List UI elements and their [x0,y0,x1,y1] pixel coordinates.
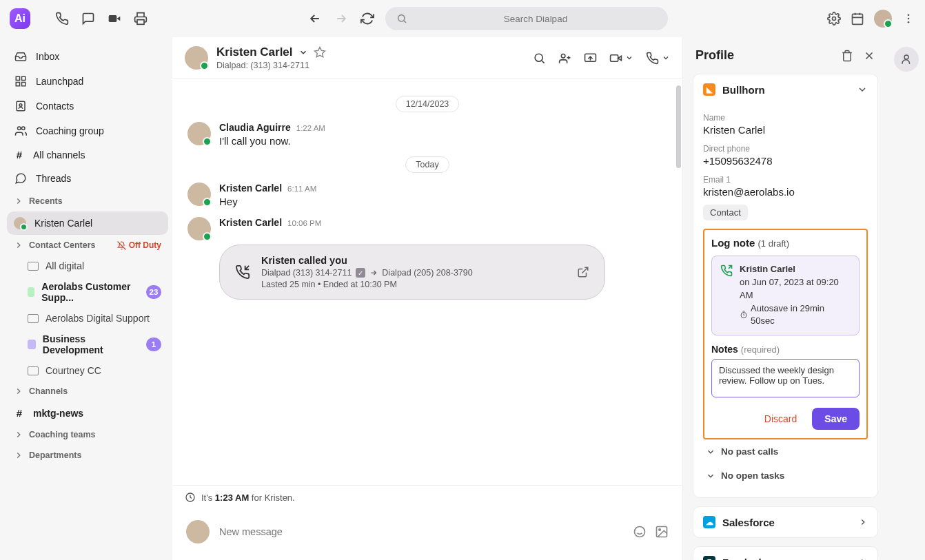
unread-badge: 23 [146,285,161,299]
delete-icon[interactable] [841,50,853,62]
call-route: Dialpad (313) 314-2711 ✓ Dialpad (205) 2… [261,268,473,278]
unread-badge: 1 [146,338,161,351]
inbox-icon [14,50,28,63]
user-avatar[interactable] [874,10,892,28]
section-channels[interactable]: Channels [7,381,168,402]
author-name: Kristen Carlel [219,217,282,228]
author-avatar[interactable] [187,217,211,240]
outgoing-call-icon [720,265,733,328]
off-duty-indicator[interactable]: Off Duty [117,240,161,250]
contact-avatar [14,217,26,229]
monitor-icon [28,366,39,375]
recent-contact[interactable]: Kristen Carlel [7,211,168,235]
nav-inbox[interactable]: Inbox [7,44,168,69]
topbar: Ai [0,0,925,37]
cc-aerolabs-digital[interactable]: Aerolabs Digital Support [7,308,168,329]
launchpad-icon [14,74,28,88]
nav-launchpad[interactable]: Launchpad [7,69,168,94]
open-external-icon[interactable] [577,266,589,278]
message-icon[interactable] [81,12,95,25]
author-avatar[interactable] [187,183,211,206]
search-input[interactable] [414,14,657,24]
section-label: Recents [29,196,63,206]
app-logo[interactable]: Ai [10,8,30,29]
field-value: kristen@aerolabs.io [703,186,868,198]
section-coaching-teams[interactable]: Coaching teams [7,424,168,445]
past-calls-toggle[interactable]: No past calls [703,439,868,464]
log-call-card[interactable]: Kristin Carlel on Jun 07, 2023 at 09:20 … [711,256,860,335]
back-button[interactable] [307,10,323,27]
profile-panel: Profile ◣ Bullhorn Name Kristen Ca [682,37,888,560]
add-person-icon[interactable] [558,52,571,65]
notes-textarea[interactable] [711,359,860,397]
svg-point-26 [904,55,908,59]
svg-point-17 [535,54,542,61]
chevron-right-icon [858,517,868,527]
message: Kristen Carlel6:11 AM Hey [187,183,667,207]
monitor-icon [28,262,39,271]
settings-icon[interactable] [827,12,841,25]
svg-point-3 [833,17,836,21]
phone-icon[interactable] [55,12,69,25]
cc-courtney[interactable]: Courtney CC [7,360,168,381]
nav-all-channels[interactable]: # All channels [7,143,168,166]
chevron-down-icon[interactable] [298,48,308,57]
composer-input[interactable] [219,526,623,537]
calendar-icon[interactable] [851,12,864,25]
refresh-button[interactable] [359,10,376,27]
star-icon[interactable] [314,46,326,59]
video-call-button[interactable] [609,52,633,65]
nav-coaching-group[interactable]: Coaching group [7,118,168,143]
chevron-down-icon [857,84,868,95]
profile-rail-button[interactable] [894,47,919,72]
screen-share-icon[interactable] [584,52,597,65]
contact-avatar[interactable] [185,46,208,70]
profile-title: Profile [695,48,734,63]
close-icon[interactable] [863,50,875,62]
author-name: Claudia Aguirre [219,122,291,133]
video-icon[interactable] [108,12,121,25]
integration-header[interactable]: ◣ Bullhorn [693,74,877,105]
cc-aerolabs-customer[interactable]: Aerolabs Customer Supp...23 [7,276,168,308]
call-button[interactable] [646,52,670,65]
message-body: I'll call you now. [219,135,325,147]
search-messages-icon[interactable] [533,52,546,65]
svg-point-13 [19,104,22,107]
arrow-right-icon [369,269,378,277]
nav-contacts[interactable]: Contacts [7,94,168,118]
integration-header[interactable]: Z Zendesk [693,547,877,560]
author-avatar[interactable] [187,122,211,145]
chevron-down-icon [706,447,715,457]
message-time: 10:06 PM [287,219,321,227]
section-contact-centers[interactable]: Contact Centers Off Duty [7,235,168,256]
open-tasks-toggle[interactable]: No open tasks [703,464,868,488]
conversation-header: Kristen Carlel Dialpad: (313) 314-2711 [172,37,682,79]
kebab-menu-icon[interactable] [902,12,915,25]
scrollbar[interactable] [676,85,681,491]
save-button[interactable]: Save [812,408,860,430]
section-departments[interactable]: Departments [7,445,168,466]
cc-all-digital[interactable]: All digital [7,256,168,276]
verified-icon: ✓ [356,268,365,278]
message-body: Hey [219,196,316,207]
self-avatar [186,520,210,543]
channel-mktg-news[interactable]: # mktg-news [7,402,168,424]
integration-zendesk: Z Zendesk [693,546,878,560]
cc-business-dev[interactable]: Business Development1 [7,329,168,360]
svg-point-15 [22,127,26,130]
nav-label: Threads [36,173,71,184]
search-bar[interactable] [385,7,668,30]
fax-icon[interactable] [134,12,148,25]
message-scroll[interactable]: 12/14/2023 Claudia Aguirre1:22 AM I'll c… [172,79,682,485]
date-divider: Today [187,156,667,173]
call-card[interactable]: Kristen called you Dialpad (313) 314-271… [219,245,605,300]
chevron-right-icon [14,386,23,396]
emoji-icon[interactable] [633,525,647,539]
svg-rect-20 [611,54,618,61]
integration-header[interactable]: ☁ Salesforce [693,507,877,537]
salesforce-logo: ☁ [703,516,715,528]
nav-threads[interactable]: Threads [7,166,168,191]
discard-button[interactable]: Discard [758,408,804,430]
image-icon[interactable] [655,525,669,539]
section-recents[interactable]: Recents [7,191,168,211]
